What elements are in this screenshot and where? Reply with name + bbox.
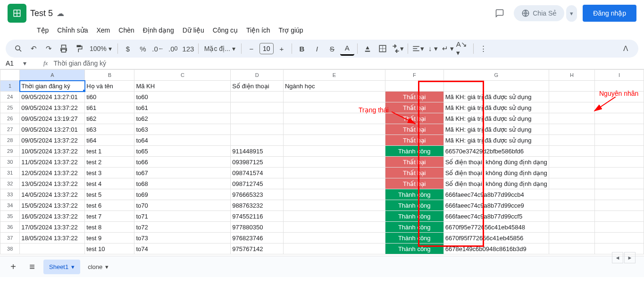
cell-C30[interactable]: to66 <box>134 157 231 168</box>
cell-B30[interactable]: test 2 <box>85 157 134 168</box>
name-box[interactable]: A1▾ <box>0 59 38 67</box>
cell-A28[interactable]: 09/05/2024 13:37:22 <box>20 135 85 146</box>
cell-A36[interactable]: 17/05/2024 13:37:22 <box>20 222 85 233</box>
row-header-26[interactable]: 26 <box>0 113 20 124</box>
cell-E24[interactable] <box>283 92 385 102</box>
row-header-35[interactable]: 35 <box>0 211 20 222</box>
cell-E33[interactable] <box>283 189 385 200</box>
cell-A25[interactable]: 09/05/2024 13:37:22 <box>20 102 85 113</box>
share-button[interactable]: Chia Sẻ <box>514 5 564 21</box>
column-header-F[interactable]: F <box>385 70 443 81</box>
cell-D28[interactable] <box>231 135 284 146</box>
cell-A27[interactable]: 09/05/2024 13:27:01 <box>20 124 85 135</box>
row-header-24[interactable]: 24 <box>0 92 20 102</box>
cell-B38[interactable]: test 10 <box>85 244 134 254</box>
cell-A37[interactable]: 18/05/2024 13:37:22 <box>20 233 85 244</box>
cell-E35[interactable] <box>283 211 385 222</box>
cell-F32[interactable]: Thất bại <box>385 178 443 189</box>
formula-input[interactable]: Thời gian đăng ký <box>53 59 106 67</box>
zoom-select[interactable]: 100% ▾ <box>87 45 115 52</box>
cell-C38[interactable]: to74 <box>134 244 231 254</box>
cell-D24[interactable] <box>231 92 284 102</box>
cell-I32[interactable] <box>595 178 644 189</box>
menu-xem[interactable]: Xem <box>93 25 114 36</box>
cell-H24[interactable] <box>549 92 594 102</box>
percent-button[interactable]: % <box>136 42 150 56</box>
doc-title[interactable]: Test 5 <box>30 8 53 18</box>
row-header-37[interactable]: 37 <box>0 233 20 244</box>
column-header-I[interactable]: I <box>595 70 644 81</box>
cell-H36[interactable] <box>549 222 594 233</box>
cell-I34[interactable] <box>595 200 644 211</box>
v-align-button[interactable]: ↓ ▾ <box>426 42 440 56</box>
strike-button[interactable]: S <box>325 42 339 56</box>
cell-I1[interactable] <box>595 81 644 92</box>
cell-G29[interactable]: 66570e37429d2bfbe586bfd6 <box>443 146 549 157</box>
cell-F38[interactable]: Thành công <box>385 244 443 254</box>
wrap-button[interactable]: ↵ ▾ <box>441 42 455 56</box>
cell-I29[interactable] <box>595 146 644 157</box>
cell-G27[interactable]: Mã KH: giá trị đã được sử dụng <box>443 124 549 135</box>
cell-E38[interactable] <box>283 244 385 254</box>
collapse-toolbar-button[interactable]: ᐱ <box>619 42 633 56</box>
row-header-1[interactable]: 1 <box>0 81 20 92</box>
cell-C34[interactable]: to70 <box>134 200 231 211</box>
cell-E28[interactable] <box>283 135 385 146</box>
menu-chỉnh sửa[interactable]: Chỉnh sửa <box>53 25 92 36</box>
text-color-button[interactable]: A <box>340 42 354 56</box>
menu-công cụ[interactable]: Công cụ <box>209 25 242 36</box>
row-header-32[interactable]: 32 <box>0 178 20 189</box>
share-dropdown[interactable]: ▾ <box>566 5 577 22</box>
cell-A34[interactable]: 15/05/2024 13:37:22 <box>20 200 85 211</box>
cell-D1[interactable]: Số điện thoại <box>231 81 284 92</box>
more-formats-button[interactable]: 123 <box>181 42 195 56</box>
cell-C36[interactable]: to72 <box>134 222 231 233</box>
select-all-cell[interactable] <box>0 70 20 81</box>
h-align-button[interactable]: ▾ <box>411 42 425 56</box>
cell-B26[interactable]: ti62 <box>85 113 134 124</box>
cell-D38[interactable]: 975767142 <box>231 244 284 254</box>
cell-A33[interactable]: 14/05/2024 13:37:22 <box>20 189 85 200</box>
cell-I37[interactable] <box>595 233 644 244</box>
scroll-left-button[interactable]: ◄ <box>612 252 623 263</box>
cell-E34[interactable] <box>283 200 385 211</box>
cell-E31[interactable] <box>283 168 385 178</box>
cell-C33[interactable]: to69 <box>134 189 231 200</box>
cell-H38[interactable] <box>549 244 594 254</box>
column-header-D[interactable]: D <box>231 70 284 81</box>
cell-B33[interactable]: test 5 <box>85 189 134 200</box>
borders-button[interactable] <box>376 42 390 56</box>
cell-E32[interactable] <box>283 178 385 189</box>
sheet-tab-clone[interactable]: clone ▾ <box>82 260 114 274</box>
rotate-button[interactable]: A↘ ▾ <box>456 42 470 56</box>
cell-C27[interactable]: to63 <box>134 124 231 135</box>
cell-E26[interactable] <box>283 113 385 124</box>
row-header-28[interactable]: 28 <box>0 135 20 146</box>
spreadsheet-grid[interactable]: ABCDEFGHI1Thời gian đăng kýHọ và tênMã K… <box>0 69 644 256</box>
cell-D35[interactable]: 974552116 <box>231 211 284 222</box>
row-header-34[interactable]: 34 <box>0 200 20 211</box>
cell-E29[interactable] <box>283 146 385 157</box>
cell-G36[interactable]: 6670f95e772656c41eb45848 <box>443 222 549 233</box>
cell-E37[interactable] <box>283 233 385 244</box>
cell-B25[interactable]: ti61 <box>85 102 134 113</box>
cell-C24[interactable]: to60 <box>134 92 231 102</box>
cell-F34[interactable]: Thành công <box>385 200 443 211</box>
cell-B35[interactable]: test 7 <box>85 211 134 222</box>
cell-D34[interactable]: 988763232 <box>231 200 284 211</box>
cell-A31[interactable]: 12/05/2024 13:37:22 <box>20 168 85 178</box>
cell-I27[interactable] <box>595 124 644 135</box>
cell-G1[interactable] <box>443 81 549 92</box>
currency-button[interactable]: $ <box>121 42 135 56</box>
cell-D26[interactable] <box>231 113 284 124</box>
cell-B37[interactable]: test 9 <box>85 233 134 244</box>
cell-I25[interactable] <box>595 102 644 113</box>
cell-F36[interactable]: Thành công <box>385 222 443 233</box>
all-sheets-button[interactable]: ≡ <box>25 259 40 274</box>
cell-D32[interactable]: 098712745 <box>231 178 284 189</box>
cell-G30[interactable]: Số điện thoại: không đúng định dạng <box>443 157 549 168</box>
redo-button[interactable]: ↷ <box>42 42 56 56</box>
cell-I30[interactable] <box>595 157 644 168</box>
cell-C31[interactable]: to67 <box>134 168 231 178</box>
menu-chèn[interactable]: Chèn <box>115 25 138 36</box>
